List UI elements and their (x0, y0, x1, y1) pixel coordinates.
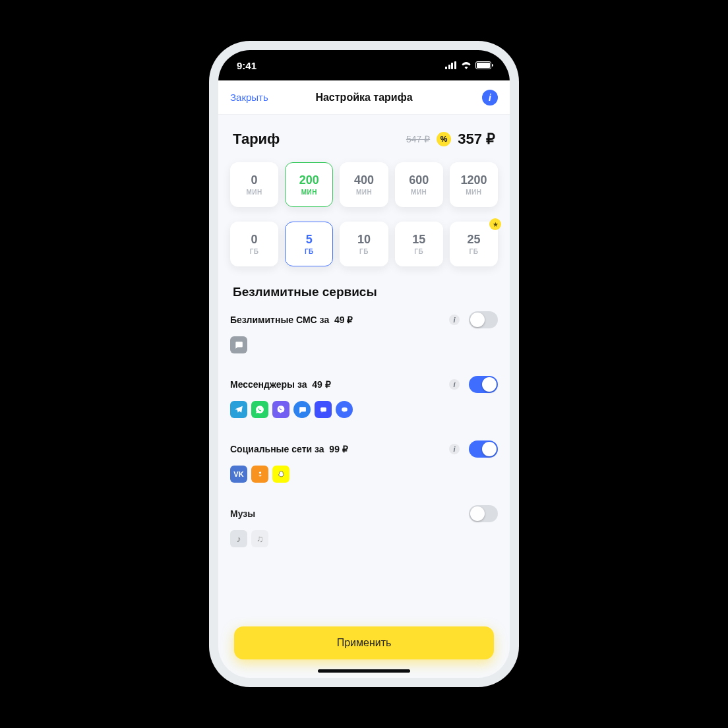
svg-point-2 (303, 409, 304, 410)
service-price: 49 ₽ (312, 379, 330, 390)
chat-icon (315, 401, 332, 418)
page-title: Настройка тарифа (315, 92, 412, 104)
service-label-text: Социальные сети за (230, 444, 324, 454)
option-value: 5 (306, 233, 313, 247)
telegram-icon (230, 401, 247, 418)
current-price: 357 ₽ (458, 131, 495, 148)
music-icon: ♫ (251, 530, 268, 547)
option-unit: ГБ (469, 248, 478, 255)
close-button[interactable]: Закрыть (230, 92, 268, 103)
status-icons (445, 61, 491, 69)
service-label-text: Музы (230, 508, 255, 519)
wifi-icon (461, 61, 471, 69)
service-label: Мессенджеры за 49 ₽ (230, 379, 331, 390)
minutes-option-0[interactable]: 0 МИН (230, 162, 278, 207)
toggle-music[interactable] (469, 505, 498, 522)
data-option-25[interactable]: 25 ГБ ★ (450, 222, 498, 266)
service-messengers: Мессенджеры за 49 ₽ i (230, 376, 498, 418)
screen: 9:41 Закрыть Настройка тарифа i Тариф 54… (218, 50, 510, 678)
option-unit: МИН (301, 189, 317, 196)
data-option-10[interactable]: 10 ГБ (340, 222, 388, 266)
service-sms: Безлимитные СМС за 49 ₽ i (230, 311, 498, 353)
minutes-row: 0 МИН 200 МИН 400 МИН 600 МИН 1200 МИН (230, 162, 498, 207)
service-music: Музы ♪ ♫ (230, 505, 498, 547)
service-label: Безлимитные СМС за 49 ₽ (230, 315, 353, 325)
option-value: 200 (299, 173, 319, 187)
section-title: Безлимитные сервисы (233, 285, 495, 299)
music-icon: ♪ (230, 530, 247, 547)
sms-icon (230, 336, 247, 353)
service-icons (230, 401, 498, 418)
data-option-15[interactable]: 15 ГБ (395, 222, 443, 266)
imessage-icon (293, 401, 311, 418)
option-value: 15 (412, 233, 425, 247)
svg-point-0 (300, 409, 301, 410)
service-icons: ♪ ♫ (230, 530, 498, 547)
apply-button[interactable]: Применить (234, 626, 494, 659)
service-label: Музы (230, 508, 255, 519)
option-unit: МИН (466, 189, 481, 196)
option-unit: ГБ (305, 248, 314, 255)
service-label-text: Мессенджеры за (230, 379, 307, 390)
option-value: 10 (357, 233, 371, 247)
viber-icon (272, 401, 289, 418)
status-time: 9:41 (237, 60, 257, 71)
line-icon (336, 401, 353, 418)
option-unit: МИН (246, 189, 262, 196)
service-label: Социальные сети за 99 ₽ (230, 444, 348, 454)
svg-point-5 (258, 471, 260, 473)
vk-icon: VK (230, 466, 247, 483)
service-icons: VK (230, 466, 498, 483)
option-value: 25 (467, 233, 480, 247)
service-price: 49 ₽ (334, 315, 353, 325)
option-unit: ГБ (414, 248, 423, 255)
minutes-option-400[interactable]: 400 МИН (340, 162, 388, 207)
nav-bar: Закрыть Настройка тарифа i (218, 80, 510, 115)
battery-icon (475, 61, 491, 69)
option-unit: ГБ (359, 248, 369, 255)
home-indicator[interactable] (318, 669, 410, 673)
service-label-text: Безлимитные СМС за (230, 315, 329, 325)
option-value: 0 (251, 233, 258, 247)
toggle-sms[interactable] (469, 311, 498, 328)
phone-frame: 9:41 Закрыть Настройка тарифа i Тариф 54… (209, 41, 519, 687)
minutes-option-1200[interactable]: 1200 МИН (450, 162, 498, 207)
data-row: 0 ГБ 5 ГБ 10 ГБ 15 ГБ 25 ГБ (230, 222, 498, 266)
data-option-0[interactable]: 0 ГБ (230, 222, 278, 266)
service-social: Социальные сети за 99 ₽ i VK (230, 440, 498, 483)
svg-point-1 (301, 409, 302, 410)
svg-point-4 (342, 407, 348, 411)
option-value: 1200 (460, 173, 487, 187)
option-unit: ГБ (250, 248, 259, 255)
option-unit: МИН (411, 189, 427, 196)
info-icon[interactable]: i (449, 315, 460, 325)
toggle-messengers[interactable] (469, 376, 498, 393)
star-icon: ★ (489, 218, 501, 230)
signal-icon (445, 61, 457, 69)
ok-icon (251, 466, 268, 483)
apply-label: Применить (337, 637, 392, 649)
service-price: 99 ₽ (329, 444, 348, 454)
snapchat-icon (272, 466, 289, 483)
whatsapp-icon (251, 401, 268, 418)
tariff-label: Тариф (233, 131, 280, 148)
notch (295, 50, 433, 70)
toggle-social[interactable] (469, 440, 498, 458)
old-price: 547 ₽ (406, 134, 430, 144)
service-icons (230, 336, 498, 353)
svg-rect-3 (320, 407, 326, 411)
option-value: 0 (251, 173, 258, 187)
info-icon[interactable]: i (449, 444, 460, 454)
info-icon[interactable]: i (482, 90, 498, 106)
minutes-option-600[interactable]: 600 МИН (395, 162, 443, 207)
data-option-5[interactable]: 5 ГБ (285, 222, 333, 266)
option-value: 600 (409, 173, 429, 187)
price-row: Тариф 547 ₽ % 357 ₽ (233, 131, 495, 148)
discount-badge: % (437, 132, 451, 146)
info-icon[interactable]: i (449, 379, 460, 390)
minutes-option-200[interactable]: 200 МИН (285, 162, 333, 207)
option-unit: МИН (356, 189, 372, 196)
price-block: 547 ₽ % 357 ₽ (406, 131, 495, 148)
option-value: 400 (354, 173, 374, 187)
content: Тариф 547 ₽ % 357 ₽ 0 МИН 200 МИН 4 (218, 115, 510, 678)
